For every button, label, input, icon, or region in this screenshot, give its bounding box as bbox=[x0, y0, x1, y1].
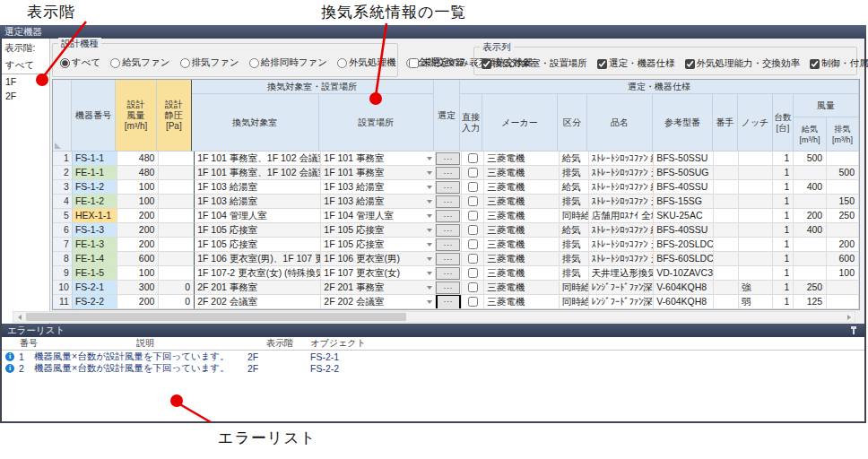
sidebar-item-floor-2F[interactable]: 2F bbox=[2, 89, 49, 103]
place-dropdown-cell[interactable]: 1F 105 応接室 bbox=[321, 238, 435, 252]
place-dropdown-cell[interactable]: 1F 107 更衣室(女) bbox=[321, 266, 435, 281]
device-id-cell[interactable]: FE-1-4 bbox=[73, 252, 117, 266]
horizontal-scrollbar[interactable] bbox=[13, 311, 855, 323]
design-flow-cell[interactable]: 200 bbox=[117, 238, 160, 252]
direct-input-checkbox[interactable] bbox=[468, 239, 478, 249]
device-id-cell[interactable]: FS-1-1 bbox=[73, 152, 117, 166]
room-cell[interactable]: 1F 104 管理人室 bbox=[195, 209, 321, 223]
select-button[interactable]: ... bbox=[436, 195, 460, 208]
direct-input-checkbox[interactable] bbox=[468, 268, 478, 278]
place-dropdown-cell[interactable]: 1F 103 給湯室 bbox=[321, 195, 435, 209]
design-pressure-cell[interactable] bbox=[159, 223, 195, 238]
sidebar-item-floor-1F[interactable]: 1F bbox=[2, 74, 49, 89]
design-pressure-cell[interactable]: 0 bbox=[159, 281, 195, 295]
design-flow-cell[interactable]: 100 bbox=[117, 266, 160, 281]
place-dropdown-cell[interactable]: 1F 104 管理人室 bbox=[321, 209, 435, 223]
device-id-cell[interactable]: FE-1-5 bbox=[73, 266, 117, 281]
place-dropdown-cell[interactable]: 2F 202 会議室 bbox=[321, 295, 435, 309]
select-button[interactable]: ... bbox=[436, 152, 460, 165]
design-pressure-cell[interactable] bbox=[159, 252, 195, 266]
design-type-radio-給気ファン[interactable]: 給気ファン bbox=[110, 56, 169, 69]
room-cell[interactable]: 2F 201 事務室 bbox=[195, 281, 321, 295]
place-dropdown-cell[interactable]: 1F 101 事務室 bbox=[321, 152, 435, 166]
design-pressure-cell[interactable] bbox=[159, 195, 195, 209]
design-pressure-cell[interactable] bbox=[159, 166, 195, 180]
place-dropdown-cell[interactable]: 1F 106 更衣室(男) bbox=[321, 252, 435, 266]
room-cell[interactable]: 1F 101 事務室、1F 102 会議室 bbox=[195, 166, 321, 180]
room-cell[interactable]: 1F 103 給湯室 bbox=[195, 180, 321, 195]
room-cell[interactable]: 1F 107-2 更衣室(女) (特殊換気) bbox=[195, 266, 321, 281]
radio-icon[interactable] bbox=[110, 58, 120, 68]
design-type-radio-給排同時ファン[interactable]: 給排同時ファン bbox=[249, 56, 327, 69]
direct-input-checkbox[interactable] bbox=[468, 182, 478, 192]
room-cell[interactable]: 2F 202 会議室 bbox=[195, 295, 321, 309]
select-button[interactable]: ... bbox=[436, 181, 460, 194]
room-cell[interactable]: 1F 105 応接室 bbox=[195, 223, 321, 238]
device-id-cell[interactable]: HEX-1-1 bbox=[73, 209, 117, 223]
checkbox-icon[interactable] bbox=[597, 59, 607, 69]
select-button[interactable]: ... bbox=[436, 224, 460, 237]
chevron-down-icon[interactable] bbox=[427, 186, 432, 189]
place-dropdown-cell[interactable]: 1F 101 事務室 bbox=[321, 166, 435, 180]
direct-input-checkbox[interactable] bbox=[468, 168, 478, 178]
radio-icon[interactable] bbox=[249, 58, 259, 68]
room-cell[interactable]: 1F 101 事務室、1F 102 会議室 bbox=[195, 152, 321, 166]
place-dropdown-cell[interactable]: 2F 201 事務室 bbox=[321, 281, 435, 295]
design-flow-cell[interactable]: 100 bbox=[117, 180, 160, 195]
direct-input-checkbox[interactable] bbox=[468, 282, 478, 292]
design-flow-cell[interactable]: 600 bbox=[117, 252, 160, 266]
direct-input-checkbox[interactable] bbox=[468, 153, 478, 163]
design-type-radio-すべて[interactable]: すべて bbox=[60, 56, 100, 69]
unselected-only-checkbox[interactable] bbox=[409, 58, 419, 68]
grid-corner-cell[interactable] bbox=[53, 80, 72, 152]
sidebar-item-floor-すべて[interactable]: すべて bbox=[2, 57, 49, 74]
chevron-down-icon[interactable] bbox=[427, 157, 432, 160]
device-id-cell[interactable]: FS-1-2 bbox=[73, 180, 117, 195]
select-button[interactable]: ... bbox=[436, 267, 460, 280]
select-button[interactable]: ... bbox=[436, 167, 460, 179]
design-flow-cell[interactable]: 200 bbox=[117, 223, 160, 238]
scrollbar-thumb[interactable] bbox=[26, 313, 406, 321]
device-id-cell[interactable]: FE-1-1 bbox=[73, 166, 117, 180]
chevron-down-icon[interactable] bbox=[427, 200, 432, 204]
radio-icon[interactable] bbox=[337, 58, 347, 68]
design-flow-cell[interactable]: 200 bbox=[117, 209, 160, 223]
radio-icon[interactable] bbox=[60, 58, 70, 68]
chevron-down-icon[interactable] bbox=[427, 257, 432, 261]
scroll-left-icon[interactable] bbox=[13, 312, 25, 322]
place-dropdown-cell[interactable]: 1F 105 応接室 bbox=[321, 223, 435, 238]
checkbox-icon[interactable] bbox=[810, 59, 820, 69]
room-cell[interactable]: 1F 106 更衣室(男)、1F 107 更衣 bbox=[195, 252, 321, 266]
design-type-radio-外気処理機[interactable]: 外気処理機 bbox=[337, 56, 396, 69]
scroll-right-icon[interactable] bbox=[843, 312, 855, 322]
error-row[interactable]: i2機器風量×台数が設計風量を下回っています。2FFS-2-2 bbox=[2, 362, 864, 374]
chevron-down-icon[interactable] bbox=[427, 171, 432, 175]
chevron-down-icon[interactable] bbox=[427, 214, 432, 218]
direct-input-checkbox[interactable] bbox=[468, 196, 478, 206]
select-button[interactable]: ... bbox=[436, 281, 460, 294]
design-flow-cell[interactable]: 100 bbox=[117, 195, 160, 209]
design-pressure-cell[interactable] bbox=[159, 180, 195, 195]
place-dropdown-cell[interactable]: 1F 103 給湯室 bbox=[321, 180, 435, 195]
design-flow-cell[interactable]: 480 bbox=[117, 166, 160, 180]
design-flow-cell[interactable]: 300 bbox=[117, 281, 160, 295]
design-pressure-cell[interactable] bbox=[159, 238, 195, 252]
column-check-換気対象室・設置場所[interactable]: 換気対象室・設置場所 bbox=[482, 57, 587, 70]
design-pressure-cell[interactable] bbox=[159, 266, 195, 281]
design-flow-cell[interactable]: 200 bbox=[117, 295, 160, 309]
chevron-down-icon[interactable] bbox=[427, 229, 432, 232]
column-check-制御・付属品・備考[interactable]: 制御・付属品・備考 bbox=[810, 57, 868, 70]
column-check-選定・機器仕様[interactable]: 選定・機器仕様 bbox=[597, 57, 675, 70]
direct-input-checkbox[interactable] bbox=[468, 211, 478, 221]
select-button[interactable]: ... bbox=[436, 210, 460, 222]
select-button[interactable]: ... bbox=[436, 295, 462, 309]
direct-input-checkbox[interactable] bbox=[468, 297, 478, 307]
design-type-radio-排気ファン[interactable]: 排気ファン bbox=[180, 56, 239, 69]
device-id-cell[interactable]: FS-2-2 bbox=[73, 295, 117, 309]
device-id-cell[interactable]: FE-1-2 bbox=[73, 195, 117, 209]
direct-input-checkbox[interactable] bbox=[468, 225, 478, 235]
chevron-down-icon[interactable] bbox=[427, 300, 432, 304]
room-cell[interactable]: 1F 105 応接室 bbox=[195, 238, 321, 252]
column-check-外気処理能力・交換効率[interactable]: 外気処理能力・交換効率 bbox=[685, 57, 801, 70]
room-cell[interactable]: 1F 103 給湯室 bbox=[195, 195, 321, 209]
